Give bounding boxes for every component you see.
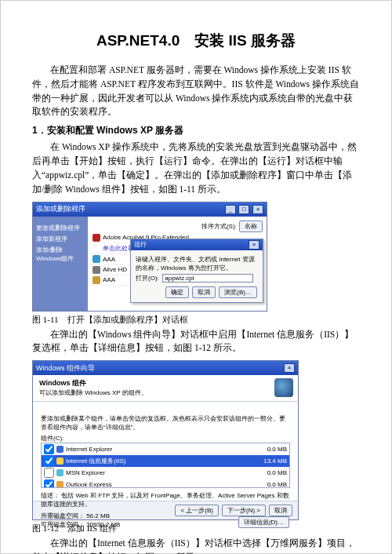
component-row[interactable]: Outlook Express 0.0 MB: [42, 479, 289, 488]
run-dialog-desc: 请键入程序、文件夹、文档或 Internet 资源的名称，Windows 将为您…: [136, 255, 258, 272]
sort-dropdown[interactable]: 名称: [239, 221, 263, 232]
components-list[interactable]: Internet Explorer 0.0 MB Internet 信息服务(I…: [41, 443, 290, 488]
run-dialog: 运行 × 请键入程序、文件夹、文档或 Internet 资源的名称，Window…: [130, 239, 263, 303]
sidebar-item-change-remove[interactable]: 更改或删除程序: [36, 224, 85, 232]
wizard-body: Windows 组件 可以添加或删除 Windows XP 的组件。 要添加或删…: [33, 375, 298, 501]
wizard-description-row: 描述： 包括 Web 和 FTP 支持，以及对 FrontPage、事务处理、A…: [41, 491, 290, 508]
intro-paragraph: 在配置和部署 ASP.NET 服务器时，需要在 Windows 操作系统上安装 …: [32, 64, 360, 119]
wizard-hint: 要添加或删除某个组件，请单击旁边的复选框。灰色框表示只会安装该组件的一部分。要查…: [41, 414, 290, 432]
component-name: Internet Explorer: [66, 446, 265, 453]
window-body: 更改或删除程序 添加新程序 添加/删除Windows组件 排序方式(S): 名称…: [33, 217, 267, 311]
window-title: Windows 组件向导: [36, 363, 95, 374]
windows-logo-icon: [274, 378, 293, 397]
sidebar-item-add-new[interactable]: 添加新程序: [36, 235, 85, 243]
run-dialog-body: 请键入程序、文件夹、文档或 Internet 资源的名称，Windows 将为您…: [131, 250, 263, 302]
component-checkbox[interactable]: [44, 444, 54, 454]
details-button[interactable]: 详细信息(D)…: [238, 516, 289, 528]
close-icon[interactable]: ×: [249, 240, 260, 250]
wizard-header: Windows 组件 可以添加或删除 Windows XP 的组件。: [33, 375, 298, 402]
desc-label: 描述：: [41, 492, 60, 499]
ok-button[interactable]: 确定: [165, 286, 189, 298]
iis-icon: [56, 457, 64, 465]
component-row[interactable]: Internet Explorer 0.0 MB: [42, 443, 289, 455]
component-checkbox[interactable]: [44, 479, 54, 488]
section-1-heading: 1．安装和配置 Windows XP 服务器: [32, 124, 360, 137]
page-title: ASP.NET4.0 安装 IIS 服务器: [32, 31, 360, 51]
open-label: 打开(O):: [136, 274, 161, 282]
disk-free-value: 30930.2 MB: [86, 521, 120, 528]
component-size: 0.0 MB: [267, 446, 287, 453]
figure-1-11-caption: 图 1-11 打开【添加或删除程序】对话框: [32, 314, 360, 326]
document-page: ASP.NET4.0 安装 IIS 服务器 在配置和部署 ASP.NET 服务器…: [0, 0, 392, 554]
msn-icon: [56, 469, 64, 476]
ie-icon: [56, 446, 64, 453]
window-title: 添加或删除程序: [36, 204, 85, 214]
browse-button[interactable]: 浏览(B)…: [219, 286, 257, 298]
disk-free-label: 可用磁盘空间：: [41, 521, 85, 528]
components-label: 组件(C):: [41, 434, 290, 443]
maximize-icon[interactable]: □: [238, 205, 249, 214]
sidebar-item-windows-components[interactable]: 添加/删除Windows组件: [36, 246, 85, 263]
close-icon[interactable]: ×: [252, 205, 263, 214]
component-size: 0.0 MB: [267, 481, 287, 488]
program-list-pane: 排序方式(S): 名称 Adobe Acrobat 9 Pro Extended…: [88, 217, 267, 311]
component-name: Internet 信息服务(IIS): [66, 457, 261, 465]
component-row-iis[interactable]: Internet 信息服务(IIS) 13.4 MB: [42, 455, 289, 467]
component-name: MSN Explorer: [66, 469, 265, 476]
wizard-title: Windows 组件: [39, 378, 292, 388]
run-input[interactable]: [162, 274, 253, 282]
close-icon[interactable]: ×: [284, 363, 295, 373]
window-titlebar[interactable]: Windows 组件向导 ×: [33, 361, 298, 375]
sidebar: 更改或删除程序 添加新程序 添加/删除Windows组件: [33, 217, 88, 311]
run-dialog-titlebar[interactable]: 运行 ×: [131, 239, 263, 250]
app-icon: [93, 234, 100, 242]
disk-need-value: 56.2 MB: [86, 512, 110, 519]
paragraph-3: 在弹出的【Internet 信息服务（IIS）】对话框中选择【万维网服务】项目，…: [32, 537, 360, 554]
screenshot-add-remove-programs: 添加或删除程序 _ □ × 更改或删除程序 添加新程序 添加/删除Windows…: [32, 202, 267, 312]
window-controls: _ □ ×: [224, 205, 263, 214]
app-icon: [93, 276, 100, 284]
sort-label: 排序方式(S):: [201, 223, 237, 230]
run-dialog-title: 运行: [134, 240, 147, 249]
component-size: 13.4 MB: [263, 457, 287, 465]
screenshot-windows-components-wizard: Windows 组件向导 × Windows 组件 可以添加或删除 Window…: [32, 360, 299, 520]
disk-need-label: 所需磁盘空间：: [41, 512, 85, 519]
app-icon: [93, 266, 100, 274]
component-row[interactable]: MSN Explorer 0.0 MB: [42, 467, 289, 479]
desc-text: 包括 Web 和 FTP 支持，以及对 FrontPage、事务处理、Activ…: [41, 492, 289, 508]
paragraph-2: 在弹出的【Windows 组件向导】对话框中启用【Internet 信息服务（I…: [32, 328, 360, 356]
component-size: 0.0 MB: [267, 469, 287, 476]
app-icon: [93, 255, 100, 263]
section-1-paragraph: 在 Windows XP 操作系统中，先将系统的安装光盘放置到光盘驱动器中，然后…: [32, 140, 360, 196]
cancel-button[interactable]: 取消: [192, 286, 216, 298]
disk-info: 所需磁盘空间： 56.2 MB 可用磁盘空间： 30930.2 MB: [41, 512, 120, 529]
window-titlebar[interactable]: 添加或删除程序 _ □ ×: [33, 202, 267, 217]
minimize-icon[interactable]: _: [225, 205, 236, 214]
component-checkbox[interactable]: [44, 456, 54, 466]
component-checkbox[interactable]: [44, 468, 54, 478]
wizard-subtitle: 可以添加或删除 Windows XP 的组件。: [39, 388, 292, 397]
component-name: Outlook Express: [66, 481, 265, 488]
outlook-icon: [56, 481, 64, 488]
